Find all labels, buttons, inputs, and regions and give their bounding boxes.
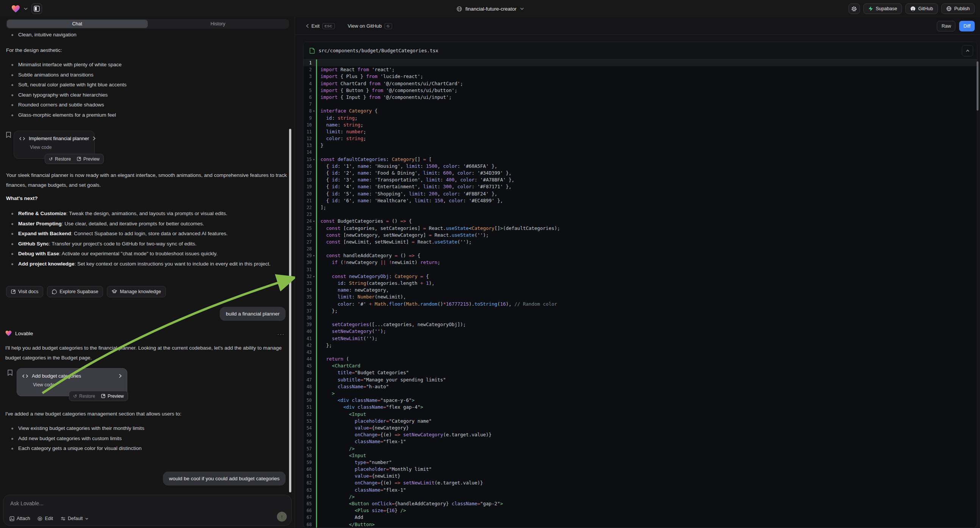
code-line: 32▾ const newCategoryObj: Category = {	[304, 273, 977, 280]
fold-chevron-icon	[312, 438, 316, 445]
code-line: 12 color: string;	[304, 135, 977, 142]
restore-button[interactable]: ↺ Restore	[49, 156, 71, 162]
fold-chevron-icon	[312, 177, 316, 183]
version-actions-pill: ↺ Restore Preview	[45, 154, 104, 164]
fold-chevron-icon[interactable]: ▾	[312, 108, 316, 115]
chevron-right-icon[interactable]	[119, 374, 122, 378]
restore-button[interactable]: ↺ Restore	[73, 394, 95, 399]
supabase-button[interactable]: Supabase	[863, 3, 902, 14]
view-on-github-button[interactable]: View on GitHub G	[348, 23, 392, 29]
preview-button[interactable]: Preview	[77, 156, 100, 162]
publish-button[interactable]: Publish	[941, 3, 975, 14]
code-editor[interactable]: 12import React from 'react';3import { Pl…	[304, 59, 977, 528]
line-number: 42	[304, 342, 312, 349]
project-switcher[interactable]: financial-future-creator	[456, 0, 523, 17]
diff-added-gutter	[316, 87, 317, 94]
assistant-name: Lovable	[15, 331, 33, 336]
collapse-file-button[interactable]	[962, 45, 973, 56]
github-button[interactable]: GitHub	[905, 3, 938, 14]
chevron-right-icon[interactable]	[93, 136, 95, 140]
fold-chevron-icon	[312, 101, 316, 108]
code-line: 57 />	[304, 445, 977, 452]
settings-button[interactable]	[848, 3, 860, 14]
tab-history[interactable]: History	[148, 20, 289, 28]
fold-chevron-icon	[312, 239, 316, 245]
tab-chat[interactable]: Chat	[7, 20, 148, 28]
workspace-chevron-down-icon[interactable]	[24, 8, 28, 10]
fold-chevron-icon[interactable]: ▾	[312, 218, 316, 224]
fold-chevron-icon	[312, 149, 316, 156]
composer[interactable]: Ask Lovable... Attach Edit Default	[3, 495, 292, 526]
fold-chevron-icon	[312, 493, 316, 500]
code-line: 59 type="number"	[304, 459, 977, 466]
line-number: 37	[304, 308, 312, 314]
code-line: 35 limit: Number(newLimit),	[304, 294, 977, 301]
attach-button[interactable]: Attach	[10, 516, 30, 521]
diff-added-gutter	[316, 122, 317, 129]
line-number: 68	[304, 521, 312, 528]
line-number: 48	[304, 383, 312, 390]
top-bar: financial-future-creator Supabase GitHub	[0, 0, 980, 17]
chat-scrollbar-thumb[interactable]	[289, 129, 291, 492]
fold-chevron-icon	[312, 369, 316, 376]
chevron-down-icon	[85, 518, 88, 520]
diff-toggle-button[interactable]: Diff	[959, 21, 975, 32]
whats-next-list: Refine & Customize: Tweak the design, an…	[6, 209, 286, 269]
composer-placeholder: Ask Lovable...	[10, 500, 44, 506]
line-number: 49	[304, 390, 312, 397]
file-header[interactable]: src/components/budget/BudgetCategories.t…	[304, 42, 977, 59]
fold-chevron-icon	[312, 259, 316, 266]
project-chevron-down-icon	[520, 8, 524, 10]
toggle-sidebar-button[interactable]	[32, 3, 42, 14]
exit-button[interactable]: Exit ESC	[306, 23, 335, 29]
fold-chevron-icon	[312, 445, 316, 452]
raw-toggle-button[interactable]: Raw	[937, 21, 955, 32]
fold-chevron-icon	[312, 197, 316, 204]
line-number: 27	[304, 239, 312, 245]
github-icon	[910, 6, 916, 11]
view-code-link[interactable]: View code	[33, 382, 122, 388]
code-line: 11 limit: number;	[304, 129, 977, 135]
lovable-logo-heart-icon[interactable]	[11, 5, 20, 13]
manage-knowledge-button[interactable]: Manage knowledge	[107, 286, 165, 297]
diff-added-gutter	[316, 204, 317, 211]
fold-chevron-icon	[312, 280, 316, 287]
target-icon	[38, 516, 43, 521]
code-line: 61 value={newLimit}	[304, 473, 977, 480]
diff-added-gutter	[316, 59, 317, 66]
bookmark-icon[interactable]	[8, 370, 13, 376]
view-code-link[interactable]: View code	[30, 145, 89, 150]
visit-docs-button[interactable]: Visit docs	[6, 286, 43, 297]
send-button[interactable]: ↑	[277, 512, 287, 522]
file-added-icon	[310, 48, 315, 54]
code-line: 31	[304, 266, 977, 273]
fold-chevron-icon[interactable]: ▾	[312, 273, 316, 280]
line-number: 65	[304, 500, 312, 507]
diff-added-gutter	[316, 356, 317, 363]
diff-added-gutter	[316, 466, 317, 473]
diff-added-gutter	[316, 493, 317, 500]
preview-button[interactable]: Preview	[101, 394, 124, 399]
code-line: 37 };	[304, 308, 977, 314]
list-item: Glass-morphic elements for a premium fee…	[6, 110, 286, 121]
code-scrollbar-thumb[interactable]	[977, 61, 978, 111]
diff-added-gutter	[316, 163, 317, 170]
fold-chevron-icon	[312, 328, 316, 335]
edit-button[interactable]: Edit	[38, 516, 53, 521]
mode-selector[interactable]: Default	[60, 516, 88, 521]
project-name: financial-future-creator	[465, 6, 516, 12]
explore-supabase-button[interactable]: Explore Supabase	[47, 286, 103, 297]
fold-chevron-icon[interactable]: ▾	[312, 156, 316, 163]
assistant-intro: I'll help you add budget categories to t…	[5, 343, 289, 363]
line-number: 9	[304, 115, 312, 122]
fold-chevron-icon	[312, 418, 316, 425]
fold-chevron-icon	[312, 521, 316, 528]
bookmark-icon[interactable]	[6, 132, 11, 138]
code-line: 68 </Button>	[304, 521, 977, 528]
fold-chevron-icon[interactable]: ▾	[312, 252, 316, 259]
message-menu-button[interactable]: ···	[277, 331, 285, 337]
diff-added-gutter	[316, 404, 317, 410]
g-kbd-badge: G	[385, 23, 392, 29]
line-number: 4	[304, 80, 312, 87]
line-number: 1	[304, 59, 312, 66]
